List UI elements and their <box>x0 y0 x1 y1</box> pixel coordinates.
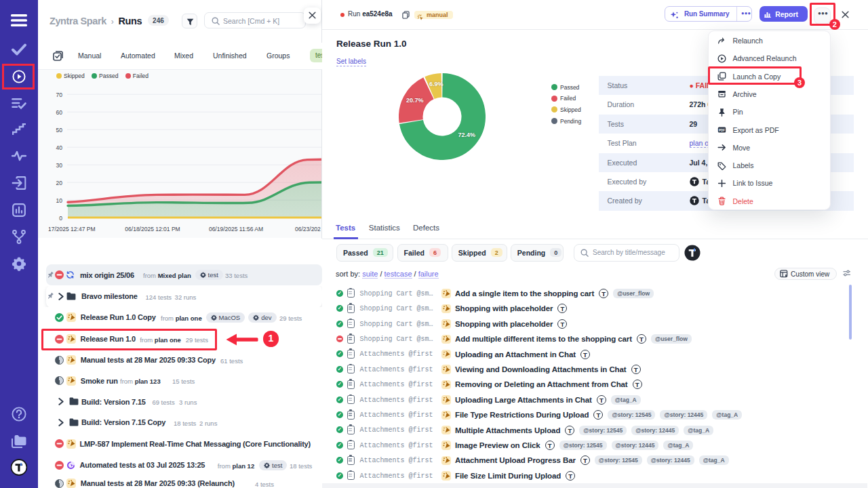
svg-text:50: 50 <box>56 127 63 134</box>
svg-text:60: 60 <box>56 109 63 116</box>
svg-text:10: 10 <box>56 197 63 204</box>
svg-text:0: 0 <box>59 215 62 222</box>
svg-text:70: 70 <box>56 92 63 98</box>
svg-text:30: 30 <box>56 162 63 169</box>
svg-text:06/19/2025 11:56 AM: 06/19/2025 11:56 AM <box>209 226 263 232</box>
svg-text:20: 20 <box>56 180 63 186</box>
svg-text:40: 40 <box>56 144 63 151</box>
svg-text:06/18/2025 12:01 PM: 06/18/2025 12:01 PM <box>125 226 180 232</box>
svg-text:06/23/202: 06/23/202 <box>295 226 321 232</box>
svg-text:17/2025 12:47 PM: 17/2025 12:47 PM <box>48 226 95 232</box>
svg-text:PDF: PDF <box>719 129 725 132</box>
